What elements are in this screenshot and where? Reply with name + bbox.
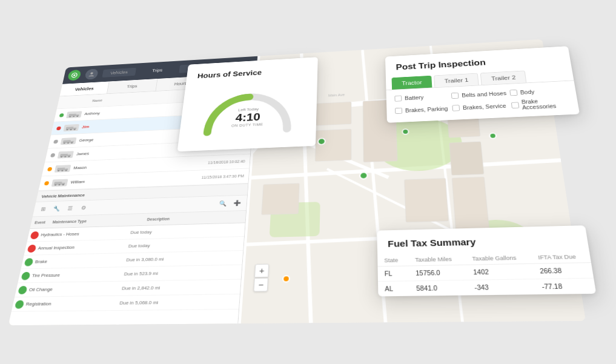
truck-icon [61, 137, 77, 145]
fts-gallons-al: -343 [467, 279, 535, 296]
svg-point-29 [402, 129, 408, 134]
maint-type: Annual Inspection [38, 243, 129, 251]
nav-person-icon[interactable] [84, 68, 99, 79]
hos-title: Hours of Service [197, 66, 306, 80]
status-dot [56, 126, 61, 130]
maint-desc: Due in 2,842.0 mi [121, 284, 238, 291]
svg-point-31 [283, 276, 290, 282]
svg-point-35 [90, 72, 93, 74]
truck-icon [55, 165, 71, 173]
maint-desc: Due in 523.9 mi [124, 270, 239, 277]
driver-name: William [70, 175, 198, 184]
svg-rect-19 [316, 102, 351, 125]
maint-status-green [15, 300, 25, 308]
maint-status-green [18, 286, 27, 294]
maint-type: Hydraulics - Hoses [41, 230, 131, 237]
driver-time: 11/15/2018 3:47:30 PM [201, 174, 244, 179]
status-dot [44, 181, 50, 185]
maint-type: Registration [25, 300, 120, 307]
status-dot [47, 167, 53, 171]
svg-rect-25 [449, 142, 484, 176]
driver-time: 11/16/2018 10:02:40 [208, 159, 245, 164]
fts-tax-fl: 266.38 [532, 263, 594, 279]
svg-point-28 [360, 172, 367, 179]
maint-type: Oil Change [28, 286, 122, 293]
settings-icon[interactable]: ⚙ [78, 204, 89, 213]
maint-desc: Due today [128, 241, 241, 249]
svg-point-34 [73, 74, 76, 76]
maint-desc: Due today [130, 227, 242, 235]
status-dot [53, 139, 58, 144]
svg-point-27 [318, 138, 325, 145]
truck-icon [51, 179, 68, 187]
maint-type: Brake [35, 257, 127, 265]
svg-rect-20 [315, 129, 351, 161]
maint-status-red [27, 244, 37, 252]
list-icon[interactable]: ☰ [65, 204, 76, 213]
svg-rect-26 [452, 177, 489, 230]
nav-vehicles-icon[interactable] [67, 70, 82, 81]
maintenance-row[interactable]: Registration Due in 5,068.0 mi [12, 294, 240, 312]
svg-rect-23 [262, 184, 300, 215]
fts-miles-al: 5841.0 [409, 280, 468, 296]
tilted-surface: Main Ave Vehicles Trips Hours Drive Vehi… [8, 39, 586, 325]
maint-type: Tire Pressure [31, 271, 124, 278]
nav-tab-trips[interactable]: Trips [140, 65, 174, 75]
svg-point-30 [489, 133, 496, 139]
truck-icon [64, 124, 80, 131]
zoom-controls: + − [253, 264, 269, 292]
maint-col-type: Maintenance Type [48, 214, 133, 228]
maint-desc: Due in 5,068.0 mi [119, 299, 237, 306]
maintenance-label: Vehicle Maintenance [41, 193, 85, 199]
status-dot [50, 153, 55, 157]
status-dot [59, 113, 64, 117]
truck-icon [58, 151, 74, 158]
svg-rect-22 [404, 178, 448, 222]
wrench-icon[interactable]: 🔧 [51, 204, 62, 213]
maint-status-green [21, 271, 30, 280]
maintenance-table-body: Hydraulics - Hoses Due today Annual Insp… [12, 223, 245, 312]
maint-col-event: Event [30, 216, 51, 228]
filter-icon[interactable]: ⊞ [38, 205, 48, 213]
add-icon[interactable]: ➕ [232, 199, 242, 208]
maint-desc: Due in 3,080.0 mi [126, 255, 240, 263]
nav-tab-vehicles[interactable]: Vehicles [102, 68, 136, 78]
truck-icon [66, 111, 82, 118]
scene: Main Ave Vehicles Trips Hours Drive Vehi… [24, 24, 569, 339]
svg-rect-21 [363, 99, 397, 162]
maint-status-red [30, 231, 39, 239]
search-tool-icon[interactable]: 🔍 [217, 199, 228, 208]
driver-name: Mason [73, 160, 205, 170]
maint-status-green [24, 258, 34, 266]
